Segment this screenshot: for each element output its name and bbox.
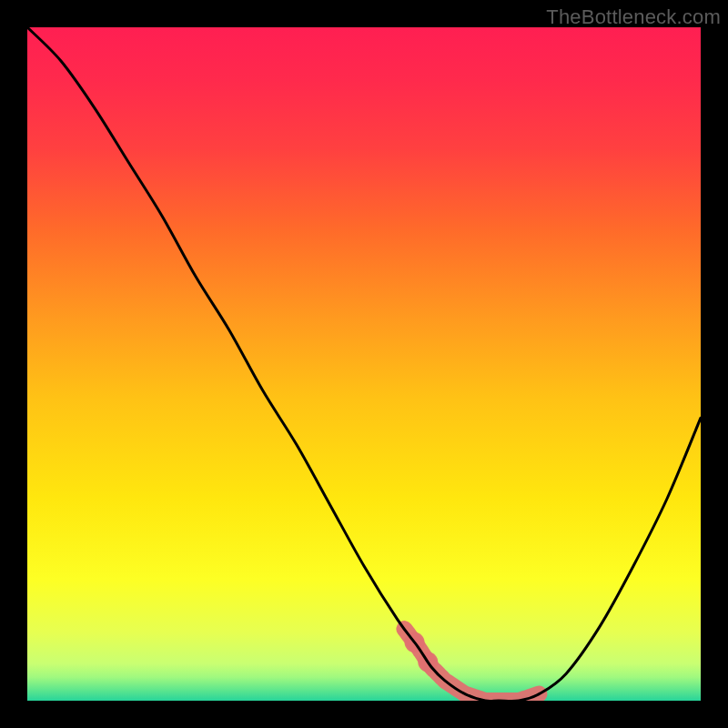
watermark-text: TheBottleneck.com <box>546 5 721 29</box>
curve-line <box>27 27 701 701</box>
plot-area <box>27 27 701 701</box>
bottleneck-curve <box>27 27 701 701</box>
chart-frame: TheBottleneck.com <box>0 0 728 728</box>
